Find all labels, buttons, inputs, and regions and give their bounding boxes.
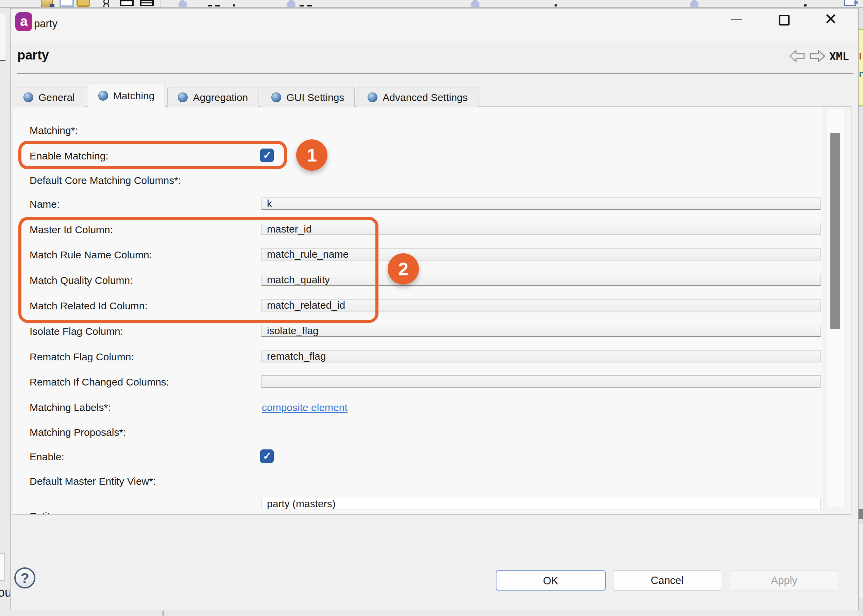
- tab-label: Aggregation: [193, 92, 248, 103]
- forward-arrow-button[interactable]: [810, 50, 825, 62]
- background-run-icon: [287, 2, 296, 7]
- background-toolbar: [0, 0, 863, 8]
- rematch-if-changed-columns-input[interactable]: [261, 375, 821, 388]
- background-row: [858, 523, 863, 555]
- background-divider: [162, 611, 163, 616]
- background-run-icon: [179, 2, 187, 7]
- default-master-entity-view-label: Default Master Entity View*:: [30, 476, 156, 487]
- name-input[interactable]: [261, 198, 821, 210]
- background-tooltip: I n: [858, 29, 863, 107]
- tab-general[interactable]: General: [13, 87, 85, 107]
- name-label: Name:: [30, 198, 60, 210]
- ok-button[interactable]: OK: [496, 570, 605, 591]
- background-panel-edge: [0, 14, 5, 61]
- party-dialog: a party ✕ party XML General Matching Agg…: [10, 8, 858, 610]
- matching-labels-label: Matching Labels*:: [30, 402, 110, 413]
- background-windows-icon: [60, 0, 74, 7]
- app-logo-icon: a: [15, 12, 32, 31]
- close-button[interactable]: ✕: [820, 8, 844, 38]
- dialog-title: party: [34, 18, 57, 30]
- match-related-id-column-label: Match Related Id Column:: [30, 300, 148, 312]
- match-rule-name-column-input[interactable]: [261, 248, 821, 261]
- background-mark: [555, 5, 557, 6]
- master-id-column-input[interactable]: [261, 223, 821, 235]
- background-window-icon: [120, 0, 134, 6]
- dialog-titlebar[interactable]: a party ✕: [11, 8, 858, 42]
- entity-input[interactable]: [261, 498, 821, 510]
- tab-gui-settings[interactable]: GUI Settings: [261, 87, 355, 107]
- tab-sphere-icon: [24, 93, 33, 102]
- page-title: party: [17, 48, 49, 63]
- cancel-button[interactable]: Cancel: [613, 570, 721, 591]
- match-related-id-column-input[interactable]: [261, 299, 821, 311]
- background-right-strip: I n: [858, 8, 863, 616]
- scrollbar-thumb[interactable]: [830, 133, 840, 329]
- maximize-button[interactable]: [772, 8, 796, 38]
- background-back-arrow-icon: [77, 0, 90, 7]
- background-mark: [208, 5, 220, 6]
- xml-view-button[interactable]: XML: [829, 50, 849, 63]
- enable-matching-checkbox[interactable]: [260, 149, 274, 162]
- rematch-flag-column-input[interactable]: [261, 350, 821, 362]
- isolate-flag-column-label: Isolate Flag Column:: [30, 326, 123, 337]
- tab-sphere-icon: [368, 93, 377, 102]
- enable-matching-label: Enable Matching:: [30, 150, 108, 162]
- background-run-icon: [690, 2, 698, 7]
- rematch-flag-column-label: Rematch Flag Column:: [30, 351, 134, 363]
- matching-section-label: Matching*:: [30, 125, 78, 136]
- tab-sphere-icon: [98, 91, 108, 101]
- background-mark: [300, 5, 312, 6]
- tab-label: Advanced Settings: [382, 92, 468, 103]
- master-id-column-label: Master Id Column:: [30, 224, 113, 236]
- tab-sphere-icon: [178, 93, 188, 102]
- composite-element-link[interactable]: composite element: [262, 402, 347, 413]
- background-tooltip-text: I: [859, 50, 861, 62]
- background-row: [858, 555, 863, 580]
- back-arrow-button[interactable]: [789, 50, 805, 62]
- background-row: [858, 580, 863, 598]
- tab-sphere-icon: [271, 93, 281, 102]
- help-button[interactable]: ?: [14, 567, 35, 588]
- close-icon: ✕: [824, 10, 838, 28]
- background-panel-edge: [0, 553, 5, 581]
- maximize-icon: [779, 15, 789, 25]
- tab-advanced-settings[interactable]: Advanced Settings: [357, 87, 478, 107]
- minimize-button[interactable]: [725, 8, 748, 38]
- match-quality-column-label: Match Quality Column:: [30, 275, 133, 286]
- background-tooltip-text: n: [859, 68, 863, 80]
- scrollbar-gutter: [822, 107, 851, 514]
- match-quality-column-input[interactable]: [261, 273, 821, 286]
- background-mark: [233, 5, 235, 6]
- tab-bar: General Matching Aggregation GUI Setting…: [13, 83, 478, 107]
- enable-checkbox[interactable]: [260, 449, 274, 463]
- background-scrollbar-thumb: [858, 509, 863, 519]
- tab-matching[interactable]: Matching: [88, 83, 165, 108]
- tab-label: Matching: [113, 90, 155, 102]
- matching-proposals-label: Matching Proposals*:: [30, 427, 126, 438]
- tab-label: General: [38, 92, 75, 103]
- matching-tab-panel: Matching*: Enable Matching: Default Core…: [13, 107, 852, 515]
- header-separator: [17, 73, 854, 74]
- rematch-if-changed-columns-label: Rematch If Changed Columns:: [30, 376, 169, 388]
- minimize-icon: [731, 19, 742, 20]
- entity-label: Entity:: [30, 511, 58, 515]
- match-rule-name-column-label: Match Rule Name Column:: [30, 249, 152, 261]
- apply-button[interactable]: Apply: [730, 570, 838, 591]
- default-core-columns-label: Default Core Matching Columns*:: [30, 175, 181, 186]
- background-framed-window-icon: [140, 0, 154, 6]
- tab-label: GUI Settings: [286, 92, 344, 103]
- background-clipped-text: ou: [0, 585, 11, 600]
- background-mark: [804, 5, 806, 6]
- background-run-icon: [471, 2, 479, 7]
- toolbar-separator: [160, 0, 160, 8]
- background-scissors-icon: [103, 0, 108, 8]
- background-save-icon: [41, 0, 53, 8]
- enable-label: Enable:: [30, 451, 64, 463]
- isolate-flag-column-input[interactable]: [261, 325, 821, 337]
- scrollbar-track[interactable]: [827, 109, 844, 507]
- background-page-icon: [844, 0, 856, 6]
- tab-aggregation[interactable]: Aggregation: [167, 87, 258, 107]
